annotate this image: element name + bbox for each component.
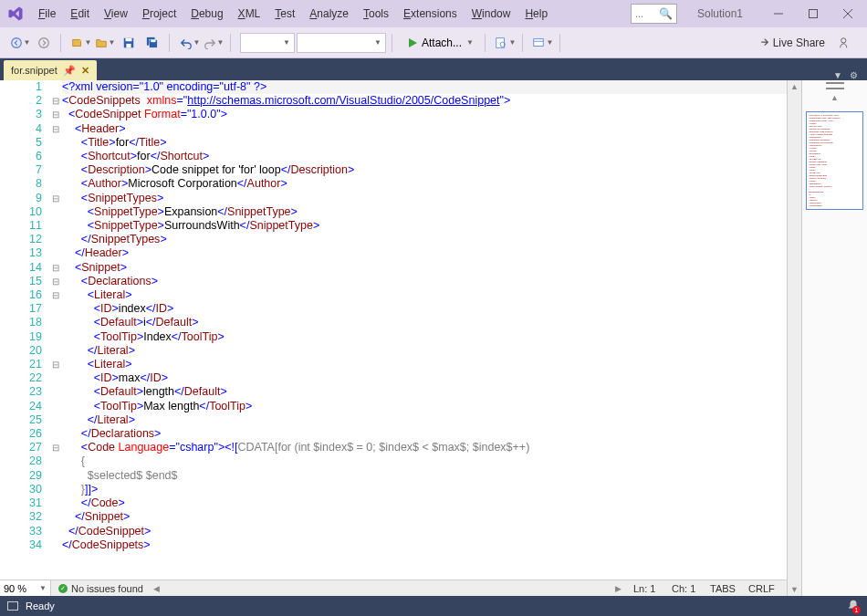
start-debug-button[interactable]: Attach... ▼	[402, 32, 479, 54]
issues-indicator[interactable]: ✓ No issues found	[51, 583, 151, 594]
line-number: 32	[0, 510, 49, 524]
code-line[interactable]: 31 </Code>	[0, 496, 787, 510]
document-tab[interactable]: for.snippet 📌 ✕	[4, 60, 97, 80]
code-line[interactable]: 32 </Snippet>	[0, 510, 787, 524]
menu-help[interactable]: Help	[517, 4, 555, 24]
fold-toggle[interactable]: ⊟	[49, 358, 62, 371]
code-line[interactable]: 19 <ToolTip>Index</ToolTip>	[0, 330, 787, 344]
thumbtack-icon[interactable]: 📌	[63, 65, 76, 77]
horizontal-scrollbar[interactable]	[169, 584, 606, 593]
code-line[interactable]: 20 </Literal>	[0, 344, 787, 358]
minimap[interactable]: ▲ <?xml version="1.0" encoding="utf-8" <…	[801, 80, 867, 596]
code-line[interactable]: 11 <SnippetType>SurroundsWith</SnippetTy…	[0, 219, 787, 233]
code-line[interactable]: 3⊟ <CodeSnippet Format="1.0.0">	[0, 108, 787, 121]
fold-toggle[interactable]: ⊟	[49, 288, 62, 302]
feedback-icon[interactable]	[834, 32, 856, 54]
code-line[interactable]: 33 </CodeSnippet>	[0, 525, 787, 538]
close-tab-icon[interactable]: ✕	[81, 65, 89, 77]
save-all-button[interactable]	[141, 32, 163, 54]
menu-view[interactable]: View	[97, 4, 135, 24]
fold-toggle[interactable]: ⊟	[49, 261, 62, 275]
solution-config-combo[interactable]: ▼	[240, 33, 295, 53]
code-line[interactable]: 21⊟ <Literal>	[0, 358, 787, 371]
code-line[interactable]: 28 {	[0, 454, 787, 468]
vscroll-down-icon[interactable]: ▼	[790, 583, 799, 596]
solution-platform-combo[interactable]: ▼	[297, 33, 386, 53]
menu-project[interactable]: Project	[135, 4, 183, 24]
code-line[interactable]: 30 }]]>	[0, 483, 787, 496]
vscroll-up-icon[interactable]: ▲	[790, 80, 799, 93]
code-line[interactable]: 10 <SnippetType>Expansion</SnippetType>	[0, 205, 787, 219]
live-share-button[interactable]: Live Share	[757, 37, 825, 49]
menu-xml[interactable]: XML	[231, 4, 268, 24]
zoom-combo[interactable]: 90 %▼	[0, 580, 51, 596]
code-line[interactable]: 25 </Literal>	[0, 413, 787, 427]
save-button[interactable]	[118, 32, 140, 54]
svg-point-17	[841, 37, 846, 42]
code-line[interactable]: 12 </SnippetTypes>	[0, 233, 787, 246]
code-line[interactable]: 16⊟ <Literal>	[0, 288, 787, 302]
browser-link-button[interactable]: ▼	[532, 32, 554, 54]
code-line[interactable]: 27⊟ <Code Language="csharp"><![CDATA[for…	[0, 441, 787, 454]
code-line[interactable]: 24 <ToolTip>Max length</ToolTip>	[0, 400, 787, 413]
minimap-up-icon[interactable]: ▲	[830, 93, 839, 102]
code-line[interactable]: 23 <Default>length</Default>	[0, 385, 787, 399]
menu-analyze[interactable]: Analyze	[302, 4, 356, 24]
minimize-button[interactable]	[763, 2, 794, 26]
quick-launch[interactable]: 🔍	[631, 4, 677, 24]
menu-extensions[interactable]: Extensions	[396, 4, 465, 24]
menu-tools[interactable]: Tools	[356, 4, 396, 24]
menu-debug[interactable]: Debug	[183, 4, 230, 24]
menu-file[interactable]: File	[31, 4, 63, 24]
new-project-button[interactable]: ▼	[70, 32, 92, 54]
maximize-button[interactable]	[798, 2, 829, 26]
menu-edit[interactable]: Edit	[63, 4, 97, 24]
menu-test[interactable]: Test	[267, 4, 302, 24]
code-line[interactable]: 14⊟ <Snippet>	[0, 261, 787, 275]
code-line[interactable]: 4⊟ <Header>	[0, 122, 787, 136]
code-line[interactable]: 22 <ID>max</ID>	[0, 371, 787, 385]
fold-toggle[interactable]: ⊟	[49, 441, 62, 454]
code-line[interactable]: 6 <Shortcut>for</Shortcut>	[0, 150, 787, 163]
find-in-files-button[interactable]: ▼	[495, 32, 517, 54]
fold-toggle[interactable]: ⊟	[49, 108, 62, 121]
code-line[interactable]: 13 </Header>	[0, 246, 787, 260]
menu-window[interactable]: Window	[465, 4, 518, 24]
hscroll-right-icon[interactable]: ▶	[611, 584, 624, 593]
code-line[interactable]: 8 <Author>Microsoft Corporation</Author>	[0, 177, 787, 191]
code-line[interactable]: 34</CodeSnippets>	[0, 538, 787, 552]
open-file-button[interactable]: ▼	[94, 32, 116, 54]
minimap-viewport[interactable]: <?xml version="1.0" encoding="utf-8" <Co…	[806, 111, 863, 210]
code-line[interactable]: 9⊟ <SnippetTypes>	[0, 192, 787, 205]
close-button[interactable]	[832, 2, 863, 26]
line-ending-mode[interactable]: CRLF	[748, 583, 778, 594]
hscroll-left-icon[interactable]: ◀	[151, 584, 163, 593]
notifications-button[interactable]: 1	[847, 599, 860, 613]
code-line[interactable]: 1<?xml version="1.0" encoding="utf-8" ?>	[0, 80, 787, 94]
indent-mode[interactable]: TABS	[710, 583, 739, 594]
code-line[interactable]: 17 <ID>index</ID>	[0, 302, 787, 316]
tabstrip-gear-icon[interactable]: ⚙	[850, 70, 858, 80]
nav-forward-button[interactable]	[33, 32, 55, 54]
code-line[interactable]: 18 <Default>i</Default>	[0, 316, 787, 329]
vertical-scrollbar[interactable]: ▲ ▼	[787, 80, 801, 596]
fold-toggle[interactable]: ⊟	[49, 192, 62, 205]
code-line[interactable]: 7 <Description>Code snippet for 'for' lo…	[0, 163, 787, 177]
fold-toggle[interactable]: ⊟	[49, 94, 62, 108]
window-management-icon[interactable]	[7, 601, 18, 611]
fold-toggle[interactable]: ⊟	[49, 122, 62, 136]
tabstrip-dropdown-icon[interactable]: ▼	[833, 70, 842, 80]
splitter-handle-icon[interactable]	[826, 82, 844, 89]
nav-back-button[interactable]: ▼	[9, 32, 31, 54]
code-editor[interactable]: 1<?xml version="1.0" encoding="utf-8" ?>…	[0, 80, 787, 579]
code-line[interactable]: 26 </Declarations>	[0, 427, 787, 441]
redo-button[interactable]: ▼	[203, 32, 225, 54]
code-line[interactable]: 2⊟<CodeSnippets xmlns="http://schemas.mi…	[0, 94, 787, 108]
fold-toggle[interactable]: ⊟	[49, 275, 62, 288]
search-input[interactable]	[635, 8, 659, 19]
code-line[interactable]: 29 $selected$ $end$	[0, 469, 787, 483]
undo-button[interactable]: ▼	[179, 32, 201, 54]
code-line[interactable]: 15⊟ <Declarations>	[0, 275, 787, 288]
vs-logo-icon[interactable]	[4, 2, 27, 26]
code-line[interactable]: 5 <Title>for</Title>	[0, 136, 787, 150]
